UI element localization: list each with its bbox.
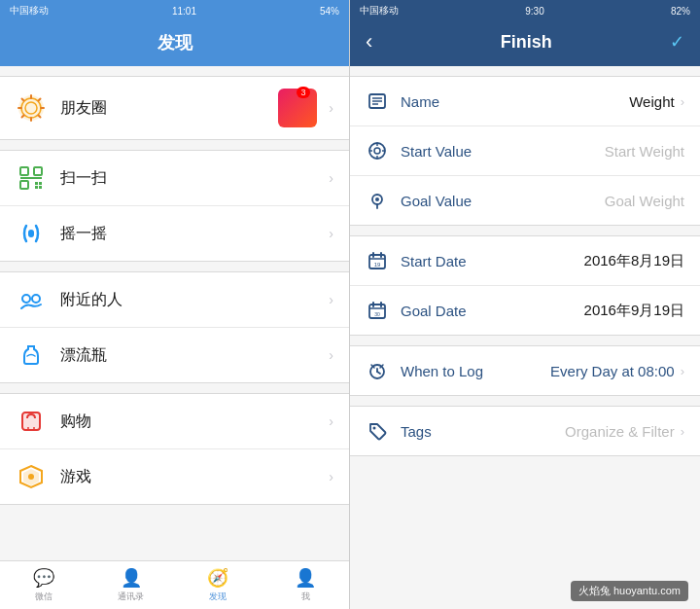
moments-badge: 3 (297, 87, 310, 98)
list-group-moments: 朋友圈 3 › (0, 76, 349, 140)
list-item-bottle[interactable]: 漂流瓶 › (0, 328, 349, 382)
svg-text:30: 30 (374, 311, 380, 317)
list-item-game[interactable]: 游戏 › (0, 449, 349, 504)
tags-label: Tags (401, 423, 498, 440)
back-button[interactable]: ‹ (366, 29, 372, 54)
tab-contacts[interactable]: 👤 通讯录 (88, 561, 175, 609)
goal-date-value: 2016年9月19日 (498, 302, 684, 320)
start-date-icon: 19 (366, 249, 389, 272)
contacts-tab-label: 通讯录 (118, 591, 144, 603)
alarm-icon (366, 359, 389, 382)
bottle-icon (16, 340, 47, 371)
start-value-icon (366, 139, 389, 162)
when-to-log-value: Every Day at 08:00 (498, 363, 675, 379)
svg-rect-19 (28, 230, 34, 237)
start-date-value: 2016年8月19日 (498, 252, 684, 270)
svg-rect-15 (35, 182, 38, 185)
list-item-moments[interactable]: 朋友圈 3 › (0, 77, 349, 139)
form-row-tags[interactable]: Tags Organize & Filter › (350, 407, 700, 455)
tab-weixin[interactable]: 💬 微信 (0, 561, 88, 609)
bottle-chevron: › (329, 347, 333, 363)
list-item-shop[interactable]: 购物 › (0, 394, 349, 449)
shake-icon (16, 218, 47, 249)
tab-discover[interactable]: 🧭 发现 (175, 561, 262, 609)
form-row-start-value[interactable]: Start Value Start Weight (350, 126, 700, 176)
moments-icon (16, 92, 47, 124)
list-group-scan-shake: 扫一扫 › 摇一摇 › (0, 150, 349, 262)
form-row-goal-date[interactable]: 30 Goal Date 2016年9月19日 (350, 286, 700, 335)
svg-rect-13 (20, 181, 28, 189)
form-row-start-date[interactable]: 19 Start Date 2016年8月19日 (350, 236, 700, 286)
done-button[interactable]: ✓ (670, 31, 684, 53)
when-to-log-label: When to Log (401, 363, 498, 379)
discover-tab-icon: 🧭 (207, 567, 228, 589)
name-label: Name (401, 93, 498, 110)
nav-title-right: Finish (382, 32, 670, 53)
scan-chevron: › (329, 170, 333, 186)
scan-label: 扫一扫 (60, 168, 325, 189)
battery-right: 82% (671, 6, 690, 17)
form-section-3: When to Log Every Day at 08:00 › (350, 345, 700, 396)
list-item-shake[interactable]: 摇一摇 › (0, 206, 349, 261)
start-value-value: Start Weight (498, 143, 684, 160)
game-chevron: › (329, 469, 333, 484)
list-item-scan[interactable]: 扫一扫 › (0, 151, 349, 206)
weixin-tab-icon: 💬 (33, 567, 54, 589)
goal-value-icon (366, 189, 389, 212)
list-item-nearby[interactable]: 附近的人 › (0, 272, 349, 328)
me-tab-label: 我 (301, 591, 310, 603)
form-row-name[interactable]: Name Weight › (350, 77, 700, 126)
tags-value: Organize & Filter (498, 423, 675, 440)
tab-me[interactable]: 👤 我 (262, 561, 349, 609)
goal-value-label: Goal Value (401, 193, 498, 209)
form-section-2: 19 Start Date 2016年8月19日 30 Goa (350, 235, 700, 336)
svg-rect-11 (20, 167, 28, 175)
svg-line-55 (377, 372, 380, 374)
svg-rect-17 (35, 186, 38, 189)
bottle-label: 漂流瓶 (60, 345, 325, 366)
weixin-tab-label: 微信 (35, 591, 52, 603)
svg-rect-12 (34, 167, 42, 175)
form-row-goal-value[interactable]: Goal Value Goal Weight (350, 176, 700, 225)
carrier-left: 中国移动 (10, 4, 49, 18)
phone-right: 中国移动 9:30 82% ‹ Finish ✓ Name Weig (350, 0, 700, 609)
goal-date-icon: 30 (366, 299, 389, 322)
tags-chevron: › (681, 424, 684, 439)
svg-rect-16 (39, 182, 42, 185)
shop-label: 购物 (60, 412, 325, 432)
phone-left: 中国移动 11:01 54% 发现 (0, 0, 350, 609)
svg-line-8 (39, 116, 41, 118)
form-section-1: Name Weight › Start Value Sta (350, 76, 700, 226)
shake-chevron: › (329, 226, 333, 241)
svg-line-10 (22, 116, 24, 118)
svg-point-29 (28, 474, 34, 480)
game-icon (16, 461, 47, 492)
time-left: 11:01 (172, 6, 196, 17)
moments-chevron: › (329, 100, 333, 116)
nav-title-left: 发现 (158, 33, 192, 53)
svg-point-21 (32, 295, 40, 303)
nearby-label: 附近的人 (60, 290, 325, 310)
nav-bar-right: ‹ Finish ✓ (350, 21, 700, 66)
svg-point-58 (373, 427, 376, 430)
contacts-tab-icon: 👤 (121, 567, 142, 589)
when-to-log-chevron: › (681, 364, 684, 378)
nearby-chevron: › (329, 292, 333, 307)
form-section-4: Tags Organize & Filter › (350, 406, 700, 456)
tab-bar-left: 💬 微信 👤 通讯录 🧭 发现 👤 我 (0, 560, 349, 609)
discover-tab-label: 发现 (209, 591, 227, 603)
right-content: Name Weight › Start Value Sta (350, 66, 700, 609)
form-row-when-to-log[interactable]: When to Log Every Day at 08:00 › (350, 346, 700, 395)
svg-rect-18 (39, 186, 42, 189)
nearby-icon (16, 284, 47, 315)
status-bar-right: 中国移动 9:30 82% (350, 0, 700, 21)
shop-chevron: › (329, 413, 333, 429)
me-tab-icon: 👤 (295, 567, 316, 589)
name-icon (366, 90, 389, 113)
start-value-label: Start Value (401, 143, 498, 160)
list-group-nearby-bottle: 附近的人 › 漂流瓶 › (0, 271, 349, 383)
name-value: Weight (498, 93, 675, 110)
scan-icon (16, 162, 47, 194)
svg-point-35 (374, 148, 380, 154)
shake-label: 摇一摇 (60, 224, 325, 244)
